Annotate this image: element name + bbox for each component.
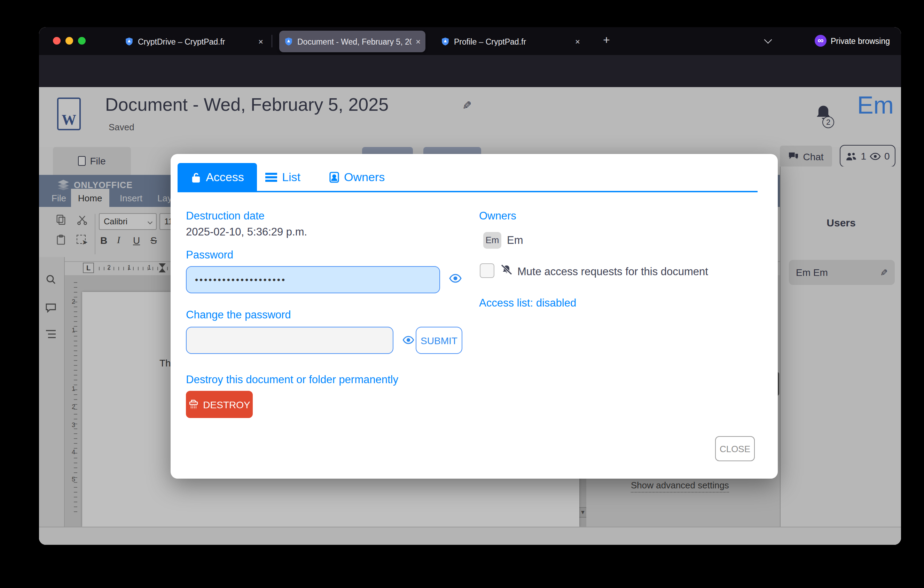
tab-owners-label: Owners	[344, 170, 385, 184]
destroy-label: Destroy this document or folder permanen…	[186, 373, 398, 386]
reveal-new-password-eye-icon[interactable]	[403, 336, 414, 344]
minimize-window-button[interactable]	[66, 37, 73, 45]
unlock-icon	[190, 172, 201, 183]
browser-window: CryptDrive – CryptPad.fr × Document - We…	[39, 27, 901, 545]
password-input[interactable]	[186, 266, 440, 293]
private-browsing-icon: ∞	[815, 35, 827, 47]
tab-title: CryptDrive – CryptPad.fr	[138, 37, 254, 46]
reveal-password-eye-icon[interactable]	[449, 274, 462, 283]
private-browsing-label: Private browsing	[831, 37, 890, 45]
destroy-button[interactable]: DESTROY	[186, 391, 253, 418]
access-modal: Access List Owners Destruction date 2025…	[171, 154, 778, 479]
mute-checkbox[interactable]	[480, 263, 494, 278]
shredder-icon	[188, 399, 198, 410]
owner-name: Em	[507, 234, 523, 247]
tab-owners[interactable]: Owners	[329, 163, 385, 192]
destruction-date-label: Destruction date	[186, 210, 265, 222]
mute-access-label[interactable]: Mute access requests for this document	[517, 266, 708, 278]
owners-label: Owners	[479, 210, 516, 222]
cryptpad-favicon	[284, 37, 293, 46]
tab-underline	[178, 191, 757, 192]
browser-nav-bar: ← → https://cryptpad.fr/doc/#/3/doc/edit…	[39, 55, 901, 87]
owner-avatar: Em	[483, 232, 502, 249]
cryptpad-favicon	[125, 37, 134, 46]
maximize-window-button[interactable]	[78, 37, 86, 45]
chevron-down-icon[interactable]	[764, 36, 772, 44]
new-tab-button[interactable]: +	[603, 34, 610, 46]
destruction-date-value: 2025-02-10, 5:36:29 p.m.	[186, 226, 307, 238]
change-password-label: Change the password	[186, 309, 291, 321]
browser-tab-profile[interactable]: Profile – CryptPad.fr ×	[436, 31, 585, 52]
screen: CryptDrive – CryptPad.fr × Document - We…	[0, 0, 924, 588]
password-label: Password	[186, 249, 233, 261]
close-tab-icon[interactable]: ×	[258, 37, 263, 46]
browser-tab-bar: CryptDrive – CryptPad.fr × Document - We…	[39, 27, 901, 55]
tab-title: Profile – CryptPad.fr	[454, 37, 571, 46]
tab-title: Document - Wed, February 5, 2025	[297, 37, 411, 46]
cryptpad-favicon	[441, 37, 450, 46]
close-tab-icon[interactable]: ×	[575, 37, 580, 46]
destroy-button-label: DESTROY	[203, 399, 250, 410]
close-tab-icon[interactable]: ×	[416, 37, 421, 46]
browser-tab-document-active[interactable]: Document - Wed, February 5, 2025 ×	[279, 31, 426, 52]
tab-separator	[272, 35, 272, 47]
id-badge-icon	[329, 172, 339, 183]
access-list-link[interactable]: Access list: disabled	[479, 297, 576, 309]
bell-slash-icon	[500, 264, 513, 276]
list-icon	[265, 172, 277, 183]
close-window-button[interactable]	[53, 37, 61, 45]
tab-list[interactable]: List	[265, 163, 300, 192]
browser-tab-cryptdrive[interactable]: CryptDrive – CryptPad.fr ×	[120, 31, 268, 52]
close-modal-button[interactable]: CLOSE	[715, 436, 755, 461]
tab-list-label: List	[282, 170, 300, 184]
tab-access[interactable]: Access	[178, 163, 257, 192]
new-password-input[interactable]	[186, 327, 393, 354]
tab-access-label: Access	[206, 170, 244, 184]
submit-password-button[interactable]: SUBMIT	[416, 327, 462, 354]
